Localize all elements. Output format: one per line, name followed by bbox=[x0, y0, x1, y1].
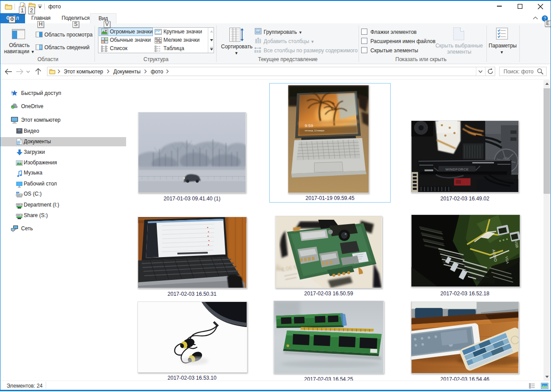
svg-text:9:59: 9:59 bbox=[305, 123, 314, 128]
svg-text:WINDFORCE: WINDFORCE bbox=[446, 167, 469, 171]
svg-text:пятница, 13 января: пятница, 13 января bbox=[305, 130, 325, 132]
